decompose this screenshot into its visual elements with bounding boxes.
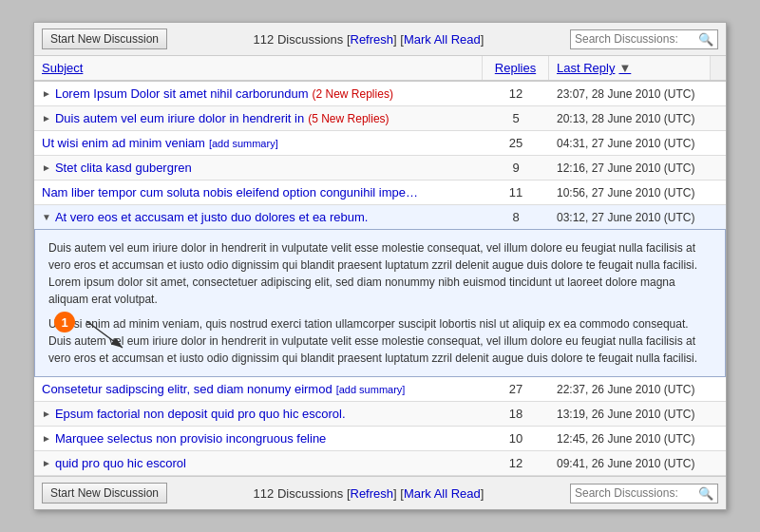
replies-cell: 27	[483, 377, 549, 401]
subject-link[interactable]: Consetetur sadipscing elitr, sed diam no…	[42, 382, 332, 396]
expanded-paragraph: Ut wisi enim ad minim veniam, quis nostr…	[48, 315, 712, 367]
mark-all-read-link-top[interactable]: Mark All Read	[404, 32, 481, 47]
expanded-paragraph: Duis autem vel eum iriure dolor in hendr…	[48, 239, 712, 308]
subject-link[interactable]: Marquee selectus non provisio incongruou…	[55, 431, 326, 446]
discussion-count-top: 112 Discussions [Refresh] [Mark All Read…	[173, 32, 564, 47]
table-header: Subject Replies Last Reply ▼	[34, 56, 726, 82]
subject-link[interactable]: Lorem Ipsum Dolor sit amet nihil carboru…	[55, 86, 309, 101]
subject-cell: ▼At vero eos et accusam et justo duo dol…	[34, 205, 483, 229]
table-row: ►Epsum factorial non deposit quid pro qu…	[34, 402, 726, 427]
table-row: Nam liber tempor cum soluta nobis eleife…	[34, 180, 726, 205]
search-box-bottom: 🔍	[570, 484, 718, 504]
search-box-top: 🔍	[570, 29, 718, 49]
start-new-discussion-button-top[interactable]: Start New Discussion	[42, 28, 167, 49]
start-new-discussion-button-bottom[interactable]: Start New Discussion	[42, 483, 167, 504]
last-reply-cell: 12:45, 26 June 2010 (UTC)	[549, 428, 711, 450]
replies-cell: 11	[483, 180, 549, 204]
last-reply-cell: 09:41, 26 June 2010 (UTC)	[549, 452, 711, 475]
mark-all-read-link-bottom[interactable]: Mark All Read	[404, 486, 481, 501]
subject-cell: ►Epsum factorial non deposit quid pro qu…	[34, 402, 483, 426]
expand-triangle-icon[interactable]: ►	[42, 458, 51, 468]
subject-link[interactable]: Epsum factorial non deposit quid pro quo…	[55, 407, 346, 421]
subject-cell: ►Duis autem vel eum iriure dolor in hend…	[34, 106, 483, 130]
add-summary-link[interactable]: [add summary]	[336, 384, 406, 395]
expanded-discussion-content: Duis autem vel eum iriure dolor in hendr…	[34, 229, 726, 377]
expand-triangle-icon[interactable]: ▼	[42, 212, 51, 222]
last-reply-column-header[interactable]: Last Reply ▼	[549, 56, 711, 80]
refresh-link-bottom[interactable]: Refresh	[351, 486, 394, 501]
replies-cell: 10	[483, 427, 549, 450]
table-row: Ut wisi enim ad minim veniam [add summar…	[34, 131, 726, 156]
expand-triangle-icon[interactable]: ►	[42, 433, 51, 444]
subject-link[interactable]: At vero eos et accusam et justo duo dolo…	[55, 210, 369, 224]
search-input-bottom[interactable]	[575, 486, 698, 500]
replies-column-header[interactable]: Replies	[483, 56, 549, 80]
bottom-toolbar: Start New Discussion 112 Discussions [Re…	[34, 476, 726, 509]
sort-arrow-icon: ▼	[618, 61, 631, 75]
last-reply-cell: 13:19, 26 June 2010 (UTC)	[549, 403, 711, 426]
replies-cell: 9	[483, 156, 549, 180]
subject-link[interactable]: Ut wisi enim ad minim veniam	[42, 136, 205, 150]
last-reply-cell: 20:13, 28 June 2010 (UTC)	[549, 107, 711, 130]
search-icon-bottom: 🔍	[698, 486, 713, 501]
discussions-list: ►Lorem Ipsum Dolor sit amet nihil carbor…	[34, 82, 726, 476]
search-input-top[interactable]	[575, 32, 698, 46]
annotation-circle-1: 1	[54, 312, 75, 332]
subject-link[interactable]: Stet clita kasd gubergren	[55, 161, 192, 175]
replies-cell: 25	[483, 131, 549, 155]
table-row: Consetetur sadipscing elitr, sed diam no…	[34, 377, 726, 402]
expand-triangle-icon[interactable]: ►	[42, 113, 51, 124]
table-row: ►Duis autem vel eum iriure dolor in hend…	[34, 106, 726, 131]
table-row: ►Stet clita kasd gubergren912:16, 27 Jun…	[34, 156, 726, 180]
add-summary-link[interactable]: [add summary]	[209, 138, 278, 149]
table-row: ►Marquee selectus non provisio incongruo…	[34, 427, 726, 451]
table-row: ▼At vero eos et accusam et justo duo dol…	[34, 205, 726, 229]
table-row: ►quid pro quo hic escorol1209:41, 26 Jun…	[34, 451, 726, 476]
annotation-1: 1	[54, 312, 75, 332]
last-reply-cell: 12:16, 27 June 2010 (UTC)	[549, 157, 711, 180]
replies-cell: 12	[483, 82, 549, 105]
last-reply-cell: 03:12, 27 June 2010 (UTC)	[549, 206, 711, 229]
last-reply-cell: 23:07, 28 June 2010 (UTC)	[549, 83, 711, 105]
search-icon-top: 🔍	[698, 32, 713, 47]
new-replies-badge: (2 New Replies)	[313, 87, 393, 101]
subject-link[interactable]: Nam liber tempor cum soluta nobis eleife…	[42, 185, 418, 200]
expand-triangle-icon[interactable]: ►	[42, 88, 51, 99]
subject-link[interactable]: Duis autem vel eum iriure dolor in hendr…	[55, 111, 304, 125]
subject-link[interactable]: quid pro quo hic escorol	[55, 456, 186, 470]
replies-cell: 12	[483, 451, 549, 475]
subject-cell: ►Marquee selectus non provisio incongruo…	[34, 427, 483, 450]
expand-triangle-icon[interactable]: ►	[42, 162, 51, 173]
top-toolbar: Start New Discussion 112 Discussions [Re…	[34, 23, 726, 56]
new-replies-badge: (5 New Replies)	[308, 112, 389, 125]
replies-cell: 18	[483, 402, 549, 426]
last-reply-cell: 10:56, 27 June 2010 (UTC)	[549, 181, 711, 204]
scroll-spacer	[711, 56, 726, 80]
subject-cell: Consetetur sadipscing elitr, sed diam no…	[34, 377, 483, 401]
replies-cell: 8	[483, 205, 549, 229]
last-reply-cell: 04:31, 27 June 2010 (UTC)	[549, 132, 711, 155]
subject-column-header[interactable]: Subject	[34, 56, 483, 80]
replies-cell: 5	[483, 106, 549, 130]
subject-cell: ►Lorem Ipsum Dolor sit amet nihil carbor…	[34, 82, 483, 105]
subject-cell: ►quid pro quo hic escorol	[34, 451, 483, 475]
subject-cell: Ut wisi enim ad minim veniam [add summar…	[34, 131, 483, 155]
last-reply-cell: 22:37, 26 June 2010 (UTC)	[549, 378, 711, 401]
refresh-link-top[interactable]: Refresh	[351, 32, 394, 47]
expand-triangle-icon[interactable]: ►	[42, 408, 51, 419]
table-row: ►Lorem Ipsum Dolor sit amet nihil carbor…	[34, 82, 726, 106]
subject-cell: Nam liber tempor cum soluta nobis eleife…	[34, 180, 483, 204]
subject-cell: ►Stet clita kasd gubergren	[34, 156, 483, 180]
discussion-count-bottom: 112 Discussions [Refresh] [Mark All Read…	[173, 486, 564, 501]
